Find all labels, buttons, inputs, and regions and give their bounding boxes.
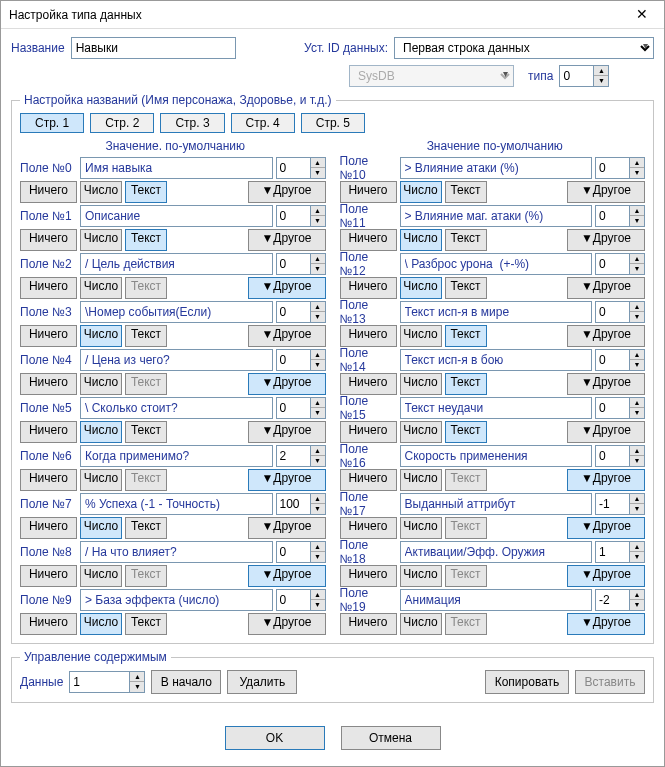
seg-2[interactable]: Текст <box>125 181 167 203</box>
delete-button[interactable]: Удалить <box>227 670 297 694</box>
seg-1[interactable]: Число <box>400 565 442 587</box>
seg-0[interactable]: Ничего <box>340 325 397 347</box>
seg-other[interactable]: ▼Другое <box>567 613 645 635</box>
name-input[interactable] <box>71 37 236 59</box>
field-name[interactable] <box>400 253 593 275</box>
seg-other[interactable]: ▼Другое <box>248 517 326 539</box>
type-spin[interactable]: ▲▼ <box>559 65 609 87</box>
seg-1[interactable]: Число <box>80 325 122 347</box>
field-name[interactable] <box>400 205 593 227</box>
seg-0[interactable]: Ничего <box>340 373 397 395</box>
seg-2[interactable]: Текст <box>445 181 487 203</box>
seg-1[interactable]: Число <box>80 469 122 491</box>
copy-button[interactable]: Копировать <box>485 670 569 694</box>
seg-1[interactable]: Число <box>80 421 122 443</box>
seg-2[interactable]: Текст <box>445 517 487 539</box>
seg-other[interactable]: ▼Другое <box>567 565 645 587</box>
seg-0[interactable]: Ничего <box>20 229 77 251</box>
seg-0[interactable]: Ничего <box>340 277 397 299</box>
seg-1[interactable]: Число <box>400 373 442 395</box>
seg-2[interactable]: Текст <box>125 373 167 395</box>
tab-2[interactable]: Стр. 3 <box>160 113 224 133</box>
seg-0[interactable]: Ничего <box>340 517 397 539</box>
seg-other[interactable]: ▼Другое <box>567 517 645 539</box>
seg-1[interactable]: Число <box>80 229 122 251</box>
seg-other[interactable]: ▼Другое <box>248 565 326 587</box>
seg-1[interactable]: Число <box>400 613 442 635</box>
seg-1[interactable]: Число <box>400 469 442 491</box>
seg-2[interactable]: Текст <box>445 277 487 299</box>
cancel-button[interactable]: Отмена <box>341 726 441 750</box>
seg-2[interactable]: Текст <box>125 565 167 587</box>
seg-other[interactable]: ▼Другое <box>567 181 645 203</box>
field-name[interactable] <box>400 541 593 563</box>
seg-1[interactable]: Число <box>400 181 442 203</box>
seg-other[interactable]: ▼Другое <box>248 421 326 443</box>
data-spin[interactable]: ▲▼ <box>69 671 145 693</box>
seg-0[interactable]: Ничего <box>20 613 77 635</box>
seg-0[interactable]: Ничего <box>20 325 77 347</box>
seg-1[interactable]: Число <box>80 517 122 539</box>
seg-2[interactable]: Текст <box>445 469 487 491</box>
seg-other[interactable]: ▼Другое <box>248 181 326 203</box>
field-name[interactable] <box>80 205 273 227</box>
seg-0[interactable]: Ничего <box>20 565 77 587</box>
tab-1[interactable]: Стр. 2 <box>90 113 154 133</box>
seg-other[interactable]: ▼Другое <box>248 469 326 491</box>
seg-2[interactable]: Текст <box>125 613 167 635</box>
seg-2[interactable]: Текст <box>445 229 487 251</box>
to-start-button[interactable]: В начало <box>151 670 221 694</box>
seg-0[interactable]: Ничего <box>20 373 77 395</box>
seg-other[interactable]: ▼Другое <box>248 277 326 299</box>
seg-other[interactable]: ▼Другое <box>567 325 645 347</box>
seg-other[interactable]: ▼Другое <box>567 421 645 443</box>
field-name[interactable] <box>80 349 273 371</box>
seg-1[interactable]: Число <box>80 565 122 587</box>
seg-1[interactable]: Число <box>400 277 442 299</box>
tab-3[interactable]: Стр. 4 <box>231 113 295 133</box>
seg-other[interactable]: ▼Другое <box>567 469 645 491</box>
seg-1[interactable]: Число <box>400 325 442 347</box>
seg-other[interactable]: ▼Другое <box>567 373 645 395</box>
field-name[interactable] <box>80 157 273 179</box>
field-name[interactable] <box>80 397 273 419</box>
seg-2[interactable]: Текст <box>445 613 487 635</box>
seg-0[interactable]: Ничего <box>340 613 397 635</box>
seg-0[interactable]: Ничего <box>20 181 77 203</box>
field-name[interactable] <box>80 493 273 515</box>
seg-1[interactable]: Число <box>80 613 122 635</box>
seg-1[interactable]: Число <box>400 517 442 539</box>
seg-2[interactable]: Текст <box>125 277 167 299</box>
close-button[interactable]: ✕ <box>622 3 662 27</box>
field-name[interactable] <box>400 493 593 515</box>
field-name[interactable] <box>400 301 593 323</box>
field-name[interactable] <box>400 157 593 179</box>
seg-0[interactable]: Ничего <box>340 565 397 587</box>
seg-1[interactable]: Число <box>400 229 442 251</box>
seg-1[interactable]: Число <box>400 421 442 443</box>
seg-1[interactable]: Число <box>80 277 122 299</box>
seg-2[interactable]: Текст <box>125 421 167 443</box>
seg-0[interactable]: Ничего <box>340 181 397 203</box>
seg-2[interactable]: Текст <box>445 565 487 587</box>
seg-2[interactable]: Текст <box>445 373 487 395</box>
field-name[interactable] <box>400 589 593 611</box>
seg-1[interactable]: Число <box>80 373 122 395</box>
field-name[interactable] <box>80 445 273 467</box>
seg-2[interactable]: Текст <box>445 325 487 347</box>
seg-2[interactable]: Текст <box>125 517 167 539</box>
seg-0[interactable]: Ничего <box>20 517 77 539</box>
seg-0[interactable]: Ничего <box>20 277 77 299</box>
field-name[interactable] <box>80 253 273 275</box>
seg-1[interactable]: Число <box>80 181 122 203</box>
tab-4[interactable]: Стр. 5 <box>301 113 365 133</box>
ok-button[interactable]: OK <box>225 726 325 750</box>
field-name[interactable] <box>400 445 593 467</box>
field-name[interactable] <box>80 589 273 611</box>
seg-0[interactable]: Ничего <box>20 421 77 443</box>
seg-other[interactable]: ▼Другое <box>567 229 645 251</box>
field-name[interactable] <box>80 541 273 563</box>
tab-0[interactable]: Стр. 1 <box>20 113 84 133</box>
seg-other[interactable]: ▼Другое <box>248 613 326 635</box>
seg-0[interactable]: Ничего <box>340 469 397 491</box>
